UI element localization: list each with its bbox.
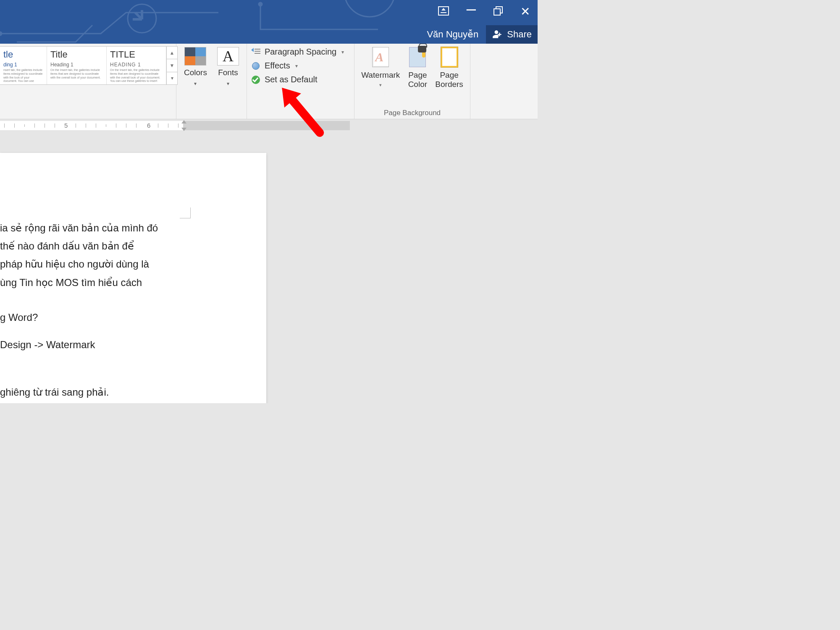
- style-thumb-2[interactable]: Title Heading 1 On the Insert tab, the g…: [47, 47, 107, 84]
- share-button[interactable]: Share: [486, 25, 538, 44]
- watermark-icon: A: [370, 46, 391, 68]
- gallery-scroll: ▲ ▼ ▾: [166, 47, 177, 84]
- document-formatting-group: tle ding 1 nsert tab, the galleries incl…: [0, 44, 176, 119]
- horizontal-ruler[interactable]: 5 6 7: [0, 119, 538, 132]
- right-indent-marker-icon[interactable]: [181, 121, 186, 130]
- gallery-expand-icon[interactable]: ▾: [167, 72, 177, 84]
- document-page[interactable]: ia sẻ rộng rãi văn bản của mình đó thế n…: [0, 153, 266, 403]
- colors-fonts-group: Colors ▾ A Fonts ▾: [176, 44, 247, 119]
- minimize-button[interactable]: –: [467, 0, 476, 17]
- fonts-icon: A: [217, 47, 239, 66]
- gallery-scroll-up-icon[interactable]: ▲: [167, 47, 177, 59]
- maximize-button[interactable]: [494, 6, 503, 17]
- svg-rect-4: [494, 9, 500, 15]
- style-thumb-1[interactable]: tle ding 1 nsert tab, the galleries incl…: [0, 47, 47, 84]
- chevron-down-icon: ▾: [227, 81, 229, 87]
- colors-button[interactable]: Colors ▾: [181, 46, 210, 87]
- document-canvas: ia sẻ rộng rãi văn bản của mình đó thế n…: [0, 132, 538, 403]
- page-borders-icon: [439, 46, 459, 68]
- page-background-group: A Watermark ▾ Page Color Page Borders Pa…: [354, 44, 470, 119]
- check-icon: [251, 76, 260, 84]
- paragraph-spacing-button[interactable]: Paragraph Spacing ▾: [251, 47, 344, 57]
- page-color-button[interactable]: Page Color: [407, 46, 428, 89]
- chevron-down-icon: ▾: [341, 49, 344, 55]
- fonts-button[interactable]: A Fonts ▾: [214, 46, 242, 87]
- gallery-scroll-down-icon[interactable]: ▼: [167, 59, 177, 72]
- page-background-group-label: Page Background: [359, 107, 466, 117]
- page-borders-button[interactable]: Page Borders: [435, 46, 463, 89]
- themes-gallery[interactable]: tle ding 1 nsert tab, the galleries incl…: [0, 46, 178, 85]
- effects-button[interactable]: Effects ▾: [251, 61, 344, 71]
- chevron-down-icon: ▾: [295, 63, 298, 69]
- paragraph-spacing-icon: [251, 48, 260, 56]
- ribbon: tle ding 1 nsert tab, the galleries incl…: [0, 44, 538, 119]
- effects-icon: [251, 62, 260, 70]
- close-button[interactable]: ✕: [520, 6, 530, 18]
- share-person-icon: [492, 29, 503, 40]
- share-label: Share: [507, 29, 532, 40]
- set-as-default-button[interactable]: Set as Default: [251, 75, 344, 84]
- svg-point-0: [0, 32, 2, 35]
- svg-point-1: [259, 3, 262, 6]
- margin-corner-mark: [180, 207, 191, 218]
- page-color-icon: [407, 46, 428, 68]
- document-body-text[interactable]: ia sẻ rộng rãi văn bản của mình đó thế n…: [0, 220, 266, 400]
- group-label-placeholder: [0, 107, 172, 117]
- colors-icon: [184, 47, 206, 66]
- account-user-name[interactable]: Văn Nguyễn: [423, 25, 486, 44]
- chevron-down-icon: ▾: [194, 81, 197, 87]
- watermark-button[interactable]: A Watermark ▾: [361, 46, 400, 88]
- svg-point-3: [344, 0, 395, 17]
- chevron-down-icon: ▾: [379, 82, 382, 88]
- title-bar: – ✕ Văn Nguyễn Share: [0, 0, 538, 44]
- style-thumb-3[interactable]: TITLE HEADING 1 On the Insert tab, the g…: [107, 47, 166, 84]
- ribbon-display-options-icon[interactable]: [438, 6, 449, 17]
